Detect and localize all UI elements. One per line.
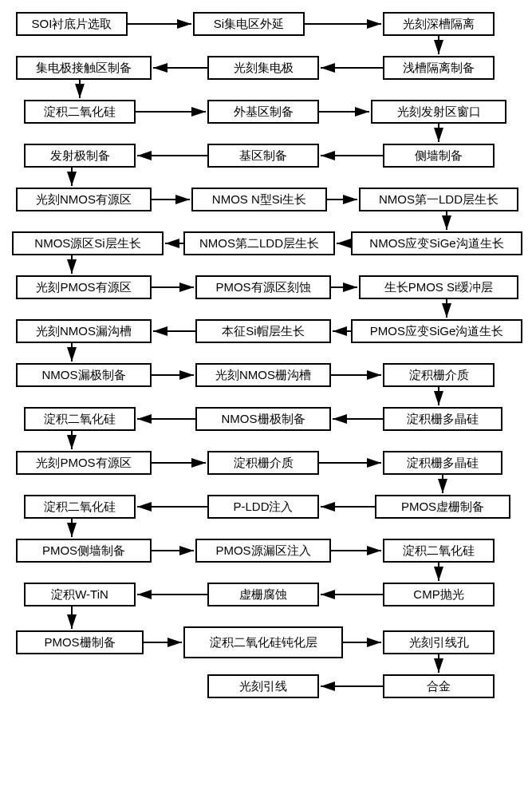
flowchart-node-n42: 淀积W-TiN	[24, 583, 136, 606]
flowchart-node-n35: P-LDD注入	[207, 495, 319, 519]
flowchart-node-n46: 合金	[383, 674, 495, 698]
flowchart-node-n3: 光刻深槽隔离	[383, 12, 495, 36]
flowchart-node-n37: PMOS侧墙制备	[16, 539, 152, 563]
flowchart-node-n34: PMOS虚栅制备	[375, 495, 510, 519]
flowchart-node-n29: NMOS栅极制备	[195, 407, 331, 431]
flowchart-node-n13: 光刻NMOS有源区	[16, 188, 152, 211]
flowchart-node-n1: SOI衬底片选取	[16, 12, 128, 36]
flowchart-node-n19: 光刻PMOS有源区	[16, 275, 152, 299]
flowchart-node-n12: 发射极制备	[24, 144, 136, 168]
flowchart-node-n24: 光刻NMOS漏沟槽	[16, 319, 152, 343]
flowchart-node-n21: 生长PMOS Si缓冲层	[359, 275, 518, 299]
flowchart-node-n20: PMOS有源区刻蚀	[195, 275, 331, 299]
flowchart-node-n4: 浅槽隔离制备	[383, 56, 495, 80]
flowchart-node-n41: 虚栅腐蚀	[207, 583, 319, 606]
flowchart-node-n2: Si集电区外延	[193, 12, 305, 36]
flowchart-node-n6: 集电极接触区制备	[16, 56, 152, 80]
flowchart-node-n38: PMOS源漏区注入	[195, 539, 331, 563]
flowchart-node-n15: NMOS第一LDD层生长	[359, 188, 518, 211]
flowchart-node-n39: 淀积二氧化硅	[383, 539, 495, 563]
flowchart-node-n22: PMOS应变SiGe沟道生长	[351, 319, 522, 343]
flowchart-node-n14: NMOS N型Si生长	[191, 188, 327, 211]
flowchart-node-n25: NMOS漏极制备	[16, 363, 152, 387]
flowchart-node-n16: NMOS应变SiGe沟道生长	[351, 231, 522, 255]
flowchart-node-n5: 光刻集电极	[207, 56, 319, 80]
flowchart-node-n10: 侧墙制备	[383, 144, 495, 168]
flowchart-node-n28: 淀积栅多晶硅	[383, 407, 502, 431]
flowchart-node-n32: 淀积栅介质	[207, 451, 319, 475]
flowchart-node-n40: CMP抛光	[383, 583, 495, 606]
flowchart-node-n26: 光刻NMOS栅沟槽	[195, 363, 331, 387]
flowchart-node-n11: 基区制备	[207, 144, 319, 168]
flowchart-node-n33: 淀积栅多晶硅	[383, 451, 502, 475]
flowchart-node-n9: 光刻发射区窗口	[371, 100, 506, 124]
flowchart-node-n30: 淀积二氧化硅	[24, 407, 136, 431]
flowchart-node-n47: 光刻引线	[207, 674, 319, 698]
flowchart-node-n23: 本征Si帽层生长	[195, 319, 331, 343]
flowchart-node-n27: 淀积栅介质	[383, 363, 495, 387]
flowchart-node-n44: 淀积二氧化硅钝化层	[183, 626, 343, 658]
flowchart-node-n36: 淀积二氧化硅	[24, 495, 136, 519]
flowchart-node-n45: 光刻引线孔	[383, 630, 495, 654]
flowchart-node-n43: PMOS栅制备	[16, 630, 144, 654]
flowchart-node-n8: 外基区制备	[207, 100, 319, 124]
flowchart-node-n17: NMOS第二LDD层生长	[183, 231, 335, 255]
flowchart-node-n7: 淀积二氧化硅	[24, 100, 136, 124]
flowchart-node-n31: 光刻PMOS有源区	[16, 451, 152, 475]
flowchart-node-n18: NMOS源区Si层生长	[12, 231, 164, 255]
